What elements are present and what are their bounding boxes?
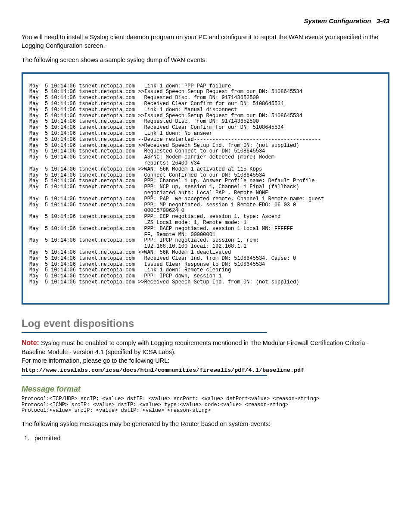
syslog-dump-box: May 5 10:14:06 tsnext.netopia.com Link 1… <box>22 72 389 305</box>
page-number: 3-43 <box>377 17 389 25</box>
events-list: permitted <box>22 435 389 442</box>
divider-rule-2 <box>22 375 267 376</box>
events-intro: The following syslog messages may be gen… <box>22 420 389 429</box>
note-block: Note: Syslog must be enabled to comply w… <box>22 338 389 365</box>
divider-rule <box>22 332 267 333</box>
list-item: permitted <box>31 435 389 442</box>
section-name: System Configuration <box>304 17 371 25</box>
message-format-heading: Message format <box>22 385 389 394</box>
intro-paragraph-2: The following screen shows a sample sysl… <box>22 56 389 65</box>
note-text-1: Syslog must be enabled to comply with Lo… <box>22 339 369 355</box>
note-label: Note: <box>22 339 39 346</box>
note-text-2: For more information, please go to the f… <box>22 357 169 364</box>
intro-paragraph-1: You will need to install a Syslog client… <box>22 33 389 50</box>
message-format-block: Protocol:<TCP/UDP> srcIP: <value> dstIP:… <box>22 396 389 414</box>
reference-url: http://www.icsalabs.com/icsa/docs/html/c… <box>22 367 389 373</box>
page-header: System Configuration 3-43 <box>22 17 389 25</box>
log-event-dispositions-heading: Log event dispositions <box>22 317 389 330</box>
